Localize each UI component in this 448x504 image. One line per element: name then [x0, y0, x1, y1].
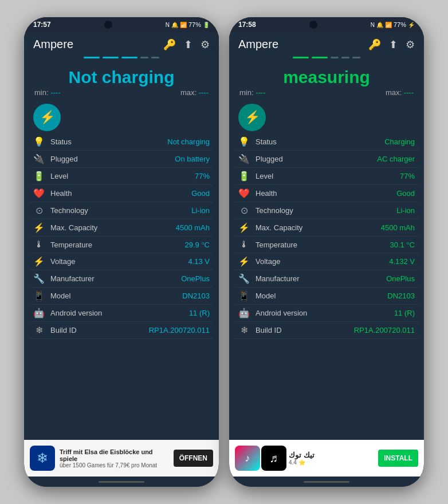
min-label-1: min: ----	[34, 88, 61, 97]
tab-indicator-2	[229, 54, 424, 63]
row-health-1: ❤️Health Good	[30, 185, 213, 202]
capacity-icon-2: ⚡	[238, 222, 250, 233]
build-icon-2: ❄	[238, 325, 250, 336]
max-label-2: max: ----	[386, 88, 414, 97]
bell-icon-2: 🔔	[376, 22, 383, 28]
tab-dot-2-5[interactable]	[352, 57, 360, 58]
share-icon-2[interactable]: ⬆	[389, 38, 398, 51]
android-value-1: 11 (R)	[189, 309, 210, 317]
ad-icon-box-1: ❄	[30, 446, 55, 471]
signal-icon: 📶	[180, 22, 187, 28]
key-icon-2[interactable]: 🔑	[368, 38, 381, 51]
temp-value-2: 30.1 °C	[390, 241, 415, 249]
battery-percent-2: 77%	[394, 21, 406, 28]
status-value-2: Charging	[384, 137, 415, 146]
level-icon-2: 🔋	[238, 171, 250, 182]
tab-dot-1-4[interactable]	[140, 57, 148, 58]
voltage-value-2: 4.132 V	[389, 257, 415, 266]
level-icon-1: 🔋	[33, 171, 45, 182]
battery-bolt-icon-2: ⚡	[245, 110, 260, 125]
voltage-icon-2: ⚡	[238, 256, 250, 267]
row-manufacturer-2: 🔧Manufacturer OnePlus	[235, 270, 418, 288]
ad-button-2[interactable]: INSTALL	[378, 450, 418, 467]
tab-dot-2-2[interactable]	[312, 57, 328, 58]
tab-dot-1-3[interactable]	[121, 57, 137, 58]
capacity-icon-1: ⚡	[33, 222, 45, 233]
settings-icon-2[interactable]: ⚙	[406, 38, 415, 51]
tech-icon-2: ⊙	[238, 205, 250, 216]
row-capacity-2: ⚡Max. Capacity 4500 mAh	[235, 219, 418, 237]
ad-subtitle-2: 4.4 ⭐	[289, 459, 376, 466]
model-icon-1: 📱	[33, 290, 45, 301]
voltage-value-1: 4.13 V	[188, 257, 210, 266]
main-status-title-1: Not charging	[33, 68, 210, 87]
model-value-1: DN2103	[182, 292, 210, 300]
build-icon-1: ❄	[33, 325, 45, 336]
buildid-value-2: RP1A.200720.011	[354, 326, 415, 334]
bell-icon: 🔔	[171, 22, 178, 28]
level-value-1: 77%	[195, 172, 210, 180]
home-bar-2	[304, 481, 349, 483]
ad-banner-2: ♪ ♬ تيك توك 4.4 ⭐ INSTALL	[229, 440, 424, 477]
plugged-icon-2: 🔌	[238, 153, 250, 164]
ad-subtitle-1: über 1500 Games für 7,79€ pro Monat	[60, 462, 169, 468]
tab-dot-1-1[interactable]	[84, 57, 100, 58]
row-plugged-2: 🔌Plugged AC charger	[235, 151, 418, 168]
tab-dot-2-3[interactable]	[331, 57, 339, 58]
tab-dot-2-4[interactable]	[341, 57, 349, 58]
home-bar-1	[99, 481, 144, 483]
app-content-2: Ampere 🔑 ⬆ ⚙ measuring min: ---- max: --…	[229, 32, 424, 477]
temp-icon-2: 🌡	[238, 239, 250, 250]
status-value-1: Not charging	[167, 137, 210, 146]
app-bar-1: Ampere 🔑 ⬆ ⚙	[24, 32, 219, 54]
health-value-2: Good	[396, 189, 415, 198]
row-android-1: 🤖Android version 11 (R)	[30, 305, 213, 322]
voltage-icon-1: ⚡	[33, 256, 45, 267]
row-plugged-1: 🔌Plugged On battery	[30, 151, 213, 168]
key-icon-1[interactable]: 🔑	[163, 38, 176, 51]
row-temp-1: 🌡Temperature 29.9 °C	[30, 237, 213, 253]
status-time-2: 17:58	[238, 21, 256, 29]
home-indicator-1	[24, 477, 219, 487]
battery-charging-icon-2: ⚡	[408, 22, 415, 28]
row-model-1: 📱Model DN2103	[30, 288, 213, 305]
row-buildid-1: ❄Build ID RP1A.200720.011	[30, 322, 213, 339]
signal-icon-2: 📶	[385, 22, 392, 28]
settings-icon-1[interactable]: ⚙	[201, 38, 210, 51]
app-content-1: Ampere 🔑 ⬆ ⚙ Not charging min: ---- max:…	[24, 32, 219, 477]
buildid-value-1: RP1A.200720.011	[149, 326, 210, 334]
row-tech-2: ⊙Technology Li-ion	[235, 202, 418, 219]
row-status-1: 💡Status Not charging	[30, 133, 213, 151]
row-capacity-1: ⚡Max. Capacity 4500 mAh	[30, 219, 213, 237]
row-level-1: 🔋Level 77%	[30, 168, 213, 185]
model-icon-2: 📱	[238, 290, 250, 301]
ad-text-area-1: Triff mit Elsa die Eisblöcke und spiele …	[60, 448, 169, 468]
tiktok-icons: ♪ ♬	[235, 446, 286, 471]
ad-button-1[interactable]: ÖFFNEN	[174, 450, 213, 467]
row-model-2: 📱Model DN2103	[235, 288, 418, 305]
frozen-icon: ❄	[37, 450, 48, 466]
app-title-1: Ampere	[33, 38, 73, 51]
min-label-2: min: ----	[239, 88, 266, 97]
ad-title-1: Triff mit Elsa die Eisblöcke und spiele	[60, 448, 169, 462]
row-buildid-2: ❄Build ID RP1A.200720.011	[235, 322, 418, 339]
main-status-area-2: measuring min: ---- max: ----	[229, 63, 424, 99]
tiktok-icon-1: ♪	[235, 446, 260, 471]
plugged-value-1: On battery	[175, 155, 210, 163]
battery-percent-1: 77%	[188, 21, 201, 28]
tab-dot-1-5[interactable]	[151, 57, 159, 58]
tab-dot-1-2[interactable]	[103, 57, 119, 58]
tech-icon-1: ⊙	[33, 205, 45, 216]
row-health-2: ❤️Health Good	[235, 185, 418, 202]
nfc-icon-2: N	[371, 22, 375, 28]
row-voltage-2: ⚡Voltage 4.132 V	[235, 253, 418, 270]
temp-icon-1: 🌡	[33, 239, 45, 250]
android-value-2: 11 (R)	[394, 309, 415, 317]
home-indicator-2	[229, 477, 424, 487]
status-icons-2: N 🔔 📶 77% ⚡	[371, 21, 415, 28]
battery-icon-1: 🔋	[203, 22, 210, 28]
phone-2: 17:58 N 🔔 📶 77% ⚡ Ampere 🔑 ⬆ ⚙	[229, 17, 424, 487]
status-camera-notch	[104, 21, 112, 29]
tab-dot-2-1[interactable]	[293, 57, 309, 58]
share-icon-1[interactable]: ⬆	[184, 38, 192, 51]
